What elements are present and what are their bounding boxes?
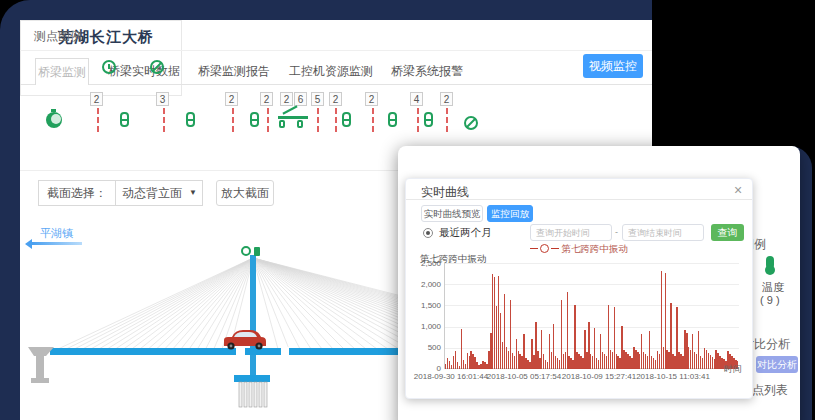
section-select-group: 截面选择： 动态背立面 ▼ bbox=[38, 180, 203, 206]
x-tick: 2018-10-09 15:27:41 bbox=[562, 372, 636, 381]
sensor-dash-line bbox=[163, 108, 165, 132]
disabled-legend-icon bbox=[150, 60, 164, 74]
divider bbox=[20, 50, 652, 51]
sensor-count-badge: 2 bbox=[440, 92, 453, 106]
sensor-dash-line bbox=[267, 108, 269, 132]
chain-sensor-icon[interactable] bbox=[186, 112, 195, 127]
thermometer-icon[interactable] bbox=[766, 256, 774, 269]
sensor-count-badge: 2 bbox=[365, 92, 378, 106]
end-time-input[interactable] bbox=[622, 224, 704, 241]
x-axis-label: 时间 bbox=[724, 363, 742, 376]
tab-monitor-playback[interactable]: 监控回放 bbox=[487, 205, 533, 222]
search-button[interactable]: 查询 bbox=[711, 224, 744, 241]
chart-series bbox=[445, 263, 739, 369]
sensor-dash-line bbox=[372, 108, 374, 132]
sensor-count-badge: 5 bbox=[311, 92, 324, 106]
chain-sensor-icon[interactable] bbox=[424, 112, 433, 127]
sensor-dash-line bbox=[232, 108, 234, 132]
gps-sensor-icon bbox=[254, 247, 260, 256]
bridge-tower bbox=[250, 255, 256, 378]
sensor-count-badge: 2 bbox=[329, 92, 342, 106]
y-tick: 2,000 bbox=[408, 280, 441, 289]
sensor-count-badge: 2 bbox=[90, 92, 103, 106]
sensor-count-badge: 2 bbox=[225, 92, 238, 106]
temperature-label: 温度 bbox=[762, 280, 784, 295]
y-tick: 500 bbox=[408, 343, 441, 352]
anemometer-icon bbox=[242, 247, 250, 255]
range-radio-label: 最近两个月 bbox=[439, 226, 492, 240]
car-icon bbox=[224, 330, 266, 350]
legend-panel-title: 测点图例 bbox=[34, 28, 82, 45]
y-tick: 1,000 bbox=[408, 322, 441, 331]
divider bbox=[406, 199, 752, 200]
legend-label: 第七跨跨中振动 bbox=[562, 243, 629, 254]
range-radio[interactable] bbox=[423, 228, 433, 238]
sensor-count-badge: 4 bbox=[410, 92, 423, 106]
sensor-count-badge: 2 bbox=[260, 92, 273, 106]
temperature-count: ( 9 ) bbox=[760, 294, 780, 306]
sensor-count-badge: 3 bbox=[156, 92, 169, 106]
deck-joint bbox=[281, 347, 289, 356]
section-select-label: 截面选择： bbox=[39, 181, 116, 205]
disabled-sensor-icon[interactable] bbox=[464, 116, 478, 130]
tab-monitor-report[interactable]: 桥梁监测报告 bbox=[195, 58, 273, 85]
chain-sensor-icon[interactable] bbox=[250, 112, 259, 127]
sensor-count-badge: 6 bbox=[294, 92, 307, 106]
video-monitor-button[interactable]: 视频监控 bbox=[583, 54, 643, 78]
bearing-sensor-icon[interactable] bbox=[276, 110, 312, 128]
tower-foundation bbox=[234, 375, 270, 407]
x-tick: 2018-10-15 11:03:41 bbox=[636, 372, 710, 381]
clock-legend-icon bbox=[102, 60, 116, 74]
sensor-dash-line bbox=[417, 108, 419, 132]
sensor-dash-line bbox=[446, 108, 448, 132]
deck-joint bbox=[236, 347, 245, 356]
legend-marker-icon bbox=[540, 244, 549, 253]
compare-analysis-button[interactable]: 对比分析 bbox=[756, 356, 798, 373]
chevron-down-icon: ▼ bbox=[189, 181, 197, 205]
sensor-dash-line bbox=[317, 108, 319, 132]
y-tick: 2,500 bbox=[408, 259, 441, 268]
zoom-section-button[interactable]: 放大截面 bbox=[216, 180, 274, 206]
tab-system-alarm[interactable]: 桥梁系统报警 bbox=[388, 58, 466, 85]
sensor-dash-line bbox=[97, 108, 99, 132]
realtime-curve-modal: 实时曲线 × 实时曲线预览 监控回放 最近两个月 - 查询 第七跨跨中振动 第七… bbox=[405, 178, 753, 399]
tab-curve-preview[interactable]: 实时曲线预览 bbox=[421, 205, 483, 222]
start-time-input[interactable] bbox=[530, 224, 612, 241]
x-tick: 2018-09-30 16:01:44 bbox=[414, 372, 488, 381]
section-select-value: 动态背立面 bbox=[122, 186, 182, 200]
close-icon[interactable]: × bbox=[734, 182, 742, 198]
chain-sensor-icon[interactable] bbox=[342, 112, 351, 127]
sensor-count-badge: 2 bbox=[280, 92, 293, 106]
tab-realtime-data[interactable]: 桥梁实时数据 bbox=[105, 58, 183, 85]
chain-sensor-icon[interactable] bbox=[120, 112, 129, 127]
range-separator: - bbox=[615, 227, 618, 237]
x-tick: 2018-10-05 05:17:54 bbox=[487, 372, 561, 381]
chain-sensor-icon[interactable] bbox=[388, 112, 397, 127]
direction-label: 平湖镇 bbox=[40, 226, 73, 241]
sensor-dash-line bbox=[335, 108, 337, 132]
tabbar-divider bbox=[20, 84, 652, 85]
tab-ipc-resource[interactable]: 工控机资源监测 bbox=[285, 58, 377, 85]
tab-bridge-monitor[interactable]: 桥梁监测 bbox=[35, 58, 89, 85]
section-select-dropdown[interactable]: 动态背立面 ▼ bbox=[116, 181, 202, 205]
y-tick: 1,500 bbox=[408, 301, 441, 310]
timer-sensor-icon[interactable] bbox=[46, 112, 62, 128]
